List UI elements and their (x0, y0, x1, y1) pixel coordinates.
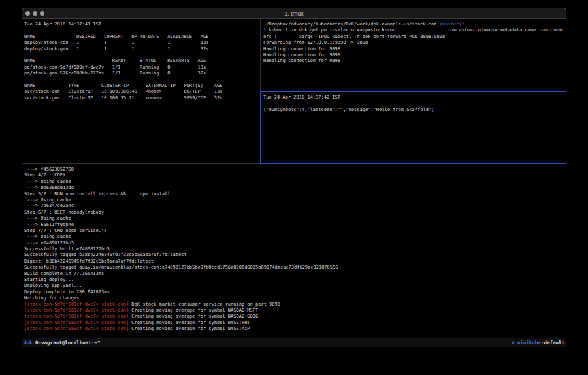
repo-path: ~/Dropbox/advocacy/Kubernetes/DoK/work/d… (263, 22, 440, 27)
terminal-line: po/stock-gen-576cc688bb-277hx 1/1 Runnin… (24, 71, 257, 76)
pane-curl-response[interactable]: Tue 24 Apr 2018 14:37:42 IST{"numsymbols… (261, 92, 566, 163)
terminal-line: svc/stock-con ClusterIP 10.109.186.46 <n… (24, 89, 257, 95)
pod-log-line: [stock-con-5d7df689cf-dwc7v stock-con] C… (24, 326, 564, 332)
git-dirty-marker: * (461, 22, 464, 27)
terminal-line: Successfully built e74898127bb5 (24, 246, 564, 252)
kube-context: minikube (517, 340, 541, 346)
pod-log-message: Creating moving average for symbol NASDA… (129, 308, 258, 313)
terminal-line: Handling connection for 9898 (263, 46, 564, 52)
terminal-line: NAME DESIRED CURRENT UP-TO-DATE AVAILABL… (24, 34, 257, 40)
pod-log-lines: [stock-con-5d7df689cf-dwc7v stock-con] D… (24, 302, 564, 333)
pod-log-prefix: [stock-con-5d7df689cf-dwc7v stock-con] (24, 302, 129, 307)
status-left: dok 0:vagrant@localhost:~* (24, 340, 100, 346)
terminal-line: Handling connection for 9898 (263, 58, 564, 64)
terminal-line: Build complete in 77.165413ms (24, 271, 564, 277)
pod-log-prefix: [stock-con-5d7df689cf-dwc7v stock-con] (24, 308, 129, 313)
terminal-line: ---> Using cache (24, 216, 564, 221)
terminal-line: Deploying app.yaml... (24, 283, 564, 289)
repo-path-line: ~/Dropbox/advocacy/Kubernetes/DoK/work/d… (263, 22, 564, 27)
terminal-line: Digest: b38b42246945fd7f32c5ba9aea7af7fd… (24, 259, 564, 265)
terminal-line: NAME READY STATUS RESTARTS AGE (24, 58, 257, 64)
pane-kubectl-watch[interactable]: Tue 24 Apr 2018 14:37:41 ISTNAME DESIRED… (22, 19, 260, 163)
terminal-line: Starting deploy... (24, 277, 564, 283)
terminal-line (263, 101, 564, 106)
terminal-line: svc/stock-gen ClusterIP 10.100.35.71 <no… (24, 95, 257, 101)
pod-log-line: [stock-con-5d7df689cf-dwc7v stock-con] C… (24, 320, 564, 326)
pod-log-message: DoK stock market consumer service runnin… (129, 302, 280, 307)
terminal-line: deploy/stock-con 1 1 1 1 13s (24, 40, 257, 46)
command-text: kubectl -n dok get po --selector=app=sto… (269, 27, 563, 33)
terminal-line (24, 77, 257, 83)
terminal-line: ---> Using cache (24, 234, 564, 240)
pane-content: ---> f45623052760Step 4/7 : COPY . . ---… (24, 167, 564, 302)
status-right: ☸ minikube:default (512, 340, 564, 346)
terminal-line: Step 5/7 : RUN npm install express && np… (24, 191, 564, 197)
terminal-line: Successfully tagged quay.io/mhausenblas/… (24, 265, 564, 270)
pod-log-prefix: [stock-con-5d7df689cf-dwc7v stock-con] (24, 314, 129, 319)
window-titlebar[interactable]: 1. tmux (22, 8, 566, 19)
window-label[interactable]: 0:vagrant@localhost:~* (33, 340, 101, 346)
pod-log-prefix: [stock-con-5d7df689cf-dwc7v stock-con] (24, 320, 129, 325)
pane-content: Tue 24 Apr 2018 14:37:41 ISTNAME DESIRED… (24, 22, 257, 101)
git-branch: (master) (440, 22, 462, 27)
desktop-background: 1. tmux Tue 24 Apr 2018 14:37:41 ISTNAME… (0, 0, 588, 375)
terminal-line: Step 4/7 : COPY . . (24, 172, 564, 178)
terminal-line: {"numsymbols":4,"lastseen":"","message":… (263, 107, 564, 113)
terminal-line: NAME TYPE CLUSTER-IP EXTERNAL-IP PORT(S)… (24, 83, 257, 89)
pane-content: ers | xargs -IPOD kubectl -n dok port-fo… (263, 34, 564, 65)
tmux-terminal: Tue 24 Apr 2018 14:37:41 ISTNAME DESIRED… (22, 19, 566, 338)
window-title: 1. tmux (22, 10, 566, 17)
pane-port-forward[interactable]: ~/Dropbox/advocacy/Kubernetes/DoK/work/d… (261, 19, 566, 91)
terminal-line: Step 7/7 : CMD node service.js (24, 228, 564, 234)
pod-log-line: [stock-con-5d7df689cf-dwc7v stock-con] D… (24, 302, 564, 308)
kubernetes-wheel-icon: ☸ (512, 340, 517, 346)
pane-content: Tue 24 Apr 2018 14:37:42 IST{"numsymbols… (263, 95, 564, 113)
terminal-line: po/stock-con-5d7df689cf-dwc7v 1/1 Runnin… (24, 65, 257, 71)
terminal-line: ers | xargs -IPOD kubectl -n dok port-fo… (263, 34, 564, 40)
terminal-line (24, 27, 257, 33)
pod-log-line: [stock-con-5d7df689cf-dwc7v stock-con] C… (24, 314, 564, 319)
terminal-line: Deploy complete in 286.647823ms (24, 289, 564, 295)
terminal-line: ---> e74898127bb5 (24, 240, 564, 246)
command-line: $ kubectl -n dok get po --selector=app=s… (263, 27, 564, 33)
tmux-status-bar: dok 0:vagrant@localhost:~* ☸ minikube:de… (22, 338, 566, 347)
terminal-line: ---> Using cache (24, 179, 564, 185)
terminal-line: Successfully tagged b38b42246945fd7f32c5… (24, 252, 564, 258)
pod-log-message: Creating moving average for symbol NASDA… (129, 314, 258, 319)
kube-namespace: :default (541, 340, 564, 346)
session-name: dok (24, 340, 33, 346)
pod-log-line: [stock-con-5d7df689cf-dwc7v stock-con] C… (24, 308, 564, 314)
terminal-line: ---> Using cache (24, 197, 564, 203)
pane-skaffold-build-log[interactable]: ---> f45623052760Step 4/7 : COPY . . ---… (22, 164, 566, 338)
terminal-line: Handling connection for 9898 (263, 52, 564, 58)
terminal-line (24, 52, 257, 58)
pod-log-message: Creating moving average for symbol NYSE:… (129, 320, 250, 325)
terminal-line: deploy/stock-gen 1 1 1 1 32s (24, 46, 257, 52)
terminal-line: ---> f45623052760 (24, 167, 564, 172)
terminal-line: ---> 65611ff9db4e (24, 222, 564, 228)
terminal-line: Watching for changes... (24, 295, 564, 301)
terminal-line: Step 6/7 : USER nobody:nobody (24, 210, 564, 216)
terminal-line: Tue 24 Apr 2018 14:37:41 IST (24, 22, 257, 27)
pod-log-message: Creating moving average for symbol NYSE:… (129, 326, 250, 331)
pod-log-prefix: [stock-con-5d7df689cf-dwc7v stock-con] (24, 326, 129, 331)
terminal-window: 1. tmux Tue 24 Apr 2018 14:37:41 ISTNAME… (22, 8, 566, 347)
terminal-line: ---> 7b6347ce2a4c (24, 203, 564, 209)
terminal-line: ---> 0b636bd013dd (24, 185, 564, 191)
terminal-line: Forwarding from 127.0.0.1:9898 -> 9898 (263, 40, 564, 46)
terminal-line: Tue 24 Apr 2018 14:37:42 IST (263, 95, 564, 101)
